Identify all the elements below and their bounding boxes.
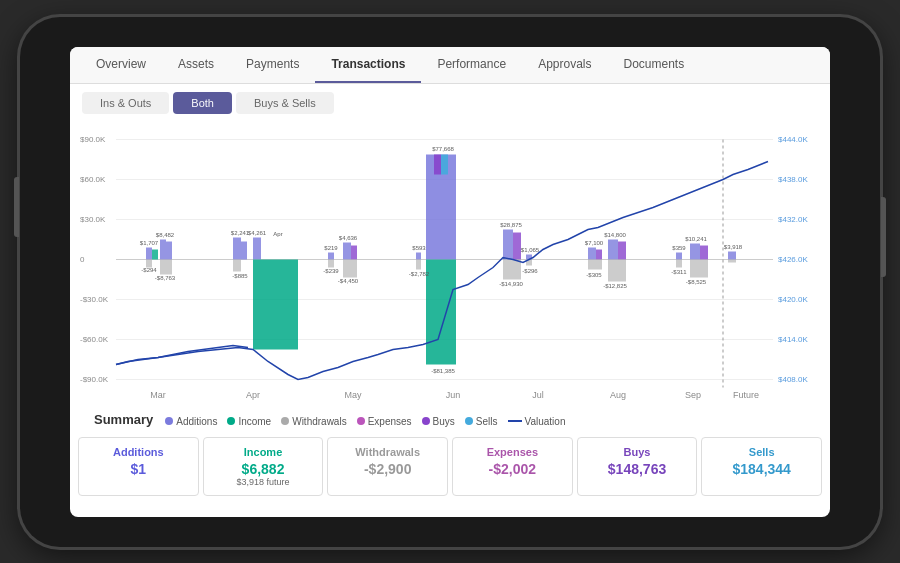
valuation-line [508, 420, 522, 422]
svg-text:-$81,385: -$81,385 [431, 367, 455, 373]
svg-rect-52 [328, 259, 334, 267]
chart-area: $90.0K $60.0K $30.0K 0 -$30.0K -$60.0K -… [70, 122, 830, 412]
tab-approvals[interactable]: Approvals [522, 47, 607, 83]
legend-expenses: Expenses [357, 416, 412, 427]
svg-text:Future: Future [733, 389, 759, 399]
legend-withdrawals: Withdrawals [281, 416, 346, 427]
svg-rect-90 [676, 259, 682, 267]
card-expenses: Expenses -$2,002 [452, 437, 573, 496]
tablet-frame: Overview Assets Payments Transactions Pe… [20, 17, 880, 547]
card-expenses-value: -$2,002 [463, 461, 562, 477]
svg-text:-$294: -$294 [141, 266, 157, 272]
svg-rect-48 [253, 259, 298, 349]
svg-text:$408.0K: $408.0K [778, 374, 808, 383]
svg-text:$432.0K: $432.0K [778, 214, 808, 223]
legend-sells-label: Sells [476, 416, 498, 427]
svg-text:$3,918: $3,918 [724, 243, 743, 249]
svg-text:-$239: -$239 [323, 267, 339, 273]
svg-text:-$305: -$305 [586, 271, 602, 277]
chart-svg: $90.0K $60.0K $30.0K 0 -$30.0K -$60.0K -… [78, 126, 818, 408]
legend-valuation-label: Valuation [525, 416, 566, 427]
svg-text:$426.0K: $426.0K [778, 254, 808, 263]
svg-text:$219: $219 [324, 244, 338, 250]
subtab-buys-sells[interactable]: Buys & Sells [236, 92, 334, 114]
svg-rect-50 [328, 252, 334, 259]
svg-text:-$8,763: -$8,763 [155, 274, 176, 280]
tab-documents[interactable]: Documents [608, 47, 701, 83]
svg-text:$60.0K: $60.0K [80, 174, 106, 183]
svg-rect-57 [343, 259, 357, 277]
left-button[interactable] [14, 177, 19, 237]
svg-text:Apr: Apr [246, 389, 260, 399]
sells-dot [465, 417, 473, 425]
card-sells: Sells $184,344 [701, 437, 822, 496]
income-dot [227, 417, 235, 425]
svg-text:$14,800: $14,800 [604, 231, 626, 237]
svg-text:$28,875: $28,875 [500, 221, 522, 227]
legend-buys-label: Buys [433, 416, 455, 427]
tablet-screen: Overview Assets Payments Transactions Pe… [70, 47, 830, 517]
card-additions-title: Additions [89, 446, 188, 458]
legend-valuation: Valuation [508, 416, 566, 427]
svg-text:-$12,825: -$12,825 [603, 282, 627, 288]
svg-rect-61 [434, 154, 441, 174]
svg-rect-32 [152, 249, 158, 259]
card-buys-value: $148,763 [588, 461, 687, 477]
legend-withdrawals-label: Withdrawals [292, 416, 346, 427]
card-income-value: $6,882 [214, 461, 313, 477]
card-income-sub: $3,918 future [214, 477, 313, 487]
svg-text:$359: $359 [672, 244, 686, 250]
svg-text:$1,707: $1,707 [140, 239, 159, 245]
legend-additions: Additions [165, 416, 217, 427]
card-income-title: Income [214, 446, 313, 458]
svg-rect-42 [241, 241, 247, 259]
svg-text:$30.0K: $30.0K [80, 214, 106, 223]
svg-text:Jun: Jun [446, 389, 461, 399]
tab-performance[interactable]: Performance [421, 47, 522, 83]
summary-cards: Additions $1 Income $6,882 $3,918 future… [70, 433, 830, 500]
svg-text:May: May [344, 389, 362, 399]
tab-transactions[interactable]: Transactions [315, 47, 421, 83]
svg-rect-62 [441, 154, 448, 174]
right-button[interactable] [881, 197, 886, 277]
card-withdrawals-title: Withdrawals [338, 446, 437, 458]
svg-rect-41 [233, 237, 241, 259]
main-tabs: Overview Assets Payments Transactions Pe… [70, 47, 830, 84]
expenses-dot [357, 417, 365, 425]
legend-income-label: Income [238, 416, 271, 427]
svg-rect-37 [166, 241, 172, 259]
legend-sells: Sells [465, 416, 498, 427]
svg-rect-69 [503, 229, 513, 259]
svg-text:-$60.0K: -$60.0K [80, 334, 109, 343]
svg-text:-$311: -$311 [671, 268, 687, 274]
tab-payments[interactable]: Payments [230, 47, 315, 83]
svg-rect-36 [160, 239, 166, 259]
svg-text:$8,482: $8,482 [156, 231, 175, 237]
subtab-both[interactable]: Both [173, 92, 232, 114]
svg-rect-67 [416, 259, 421, 269]
buys-dot [422, 417, 430, 425]
svg-text:Aug: Aug [610, 389, 626, 399]
legend-additions-label: Additions [176, 416, 217, 427]
card-sells-value: $184,344 [712, 461, 811, 477]
svg-rect-95 [690, 259, 708, 277]
additions-dot [165, 417, 173, 425]
svg-text:-$14,930: -$14,930 [499, 280, 523, 286]
sub-tabs: Ins & Outs Both Buys & Sells [70, 84, 830, 122]
svg-text:Apr: Apr [273, 230, 282, 236]
legend-expenses-label: Expenses [368, 416, 412, 427]
tab-overview[interactable]: Overview [80, 47, 162, 83]
subtab-ins-outs[interactable]: Ins & Outs [82, 92, 169, 114]
svg-text:$444.0K: $444.0K [778, 134, 808, 143]
svg-rect-86 [608, 259, 626, 281]
svg-rect-44 [233, 259, 241, 271]
tab-assets[interactable]: Assets [162, 47, 230, 83]
svg-text:-$296: -$296 [522, 267, 538, 273]
svg-text:$77,668: $77,668 [432, 145, 454, 151]
svg-text:-$885: -$885 [232, 272, 248, 278]
svg-text:$420.0K: $420.0K [778, 294, 808, 303]
svg-text:$7,100: $7,100 [585, 239, 604, 245]
card-buys-title: Buys [588, 446, 687, 458]
svg-rect-72 [503, 259, 521, 279]
svg-text:-$4,450: -$4,450 [338, 277, 359, 283]
